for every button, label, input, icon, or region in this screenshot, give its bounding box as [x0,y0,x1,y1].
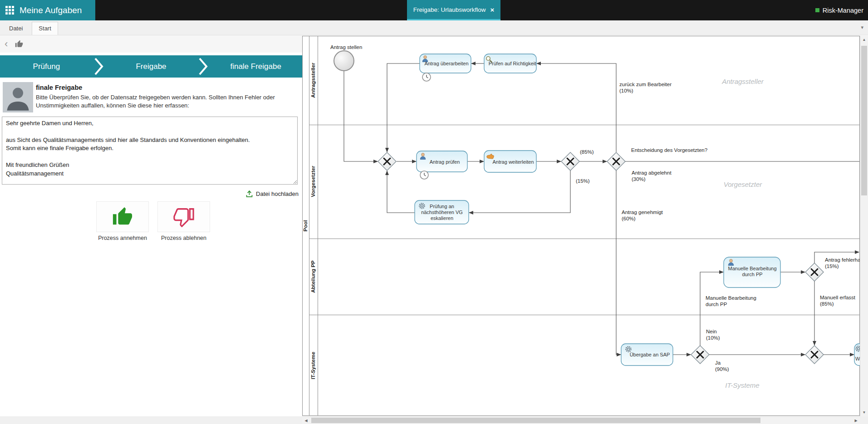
horizontal-scroll-thumb[interactable] [311,418,760,423]
lane-label-vorgesetzter: Vorgesetzter [310,166,316,197]
stage-pruefung[interactable]: Prüfung [0,55,93,78]
task-manuelle-bearbeitung-pp[interactable]: Manuelle Bearbeitungdurch PP [724,257,780,288]
lane-label-antragssteller: Antragssteller [310,63,316,98]
task-panel: ‹ Prüfung Freigabe finale Freigabe [0,35,302,416]
annotation-entscheidung: Entscheidung des Vorgesetzten? [631,147,707,153]
pool-frame: Pool Antragssteller Vorgesetzter Abteilu… [303,36,860,416]
scroll-down-icon[interactable]: ▼ [860,409,868,416]
task-title: finale Freigabe [36,84,82,91]
chevron-right-icon [197,55,209,78]
scroll-right-icon[interactable]: ▶ [852,417,860,424]
lane-label-abteilung-pp: Abteilung PP [310,260,316,293]
svg-text:Antrag weiterleiten: Antrag weiterleiten [492,159,534,165]
top-bar: Meine Aufgaben Freigabe: Urlaubsworkflow… [0,0,868,20]
timer-icon [422,73,431,81]
start-event-label: Antrag stellen [330,44,362,50]
stage-finale-freigabe[interactable]: finale Freigabe [209,55,302,78]
vertical-scrollbar[interactable]: ▲ ▼ [860,36,868,416]
document-tab-label: Freigabe: Urlaubsworkflow [413,6,486,13]
task-partially-visible[interactable]: W [854,344,860,366]
task-toolbar: ‹ [0,35,302,53]
back-icon[interactable]: ‹ [5,39,8,49]
watermark-vorgesetzter: Vorgesetzter [724,180,762,188]
pool-label: Pool [303,220,308,232]
upload-label: Datei hochladen [256,190,299,197]
svg-text:Antrag prüfen: Antrag prüfen [430,159,460,165]
app-title: Meine Aufgaben [20,5,82,15]
ribbon-tab-start[interactable]: Start [32,22,58,35]
upload-icon [245,190,253,198]
task-uebergabe-an-sap[interactable]: Übergabe an SAP [621,344,673,366]
horizontal-scrollbar[interactable]: ◀ ▶ [302,416,860,424]
scroll-left-icon[interactable]: ◀ [302,417,310,424]
annotation-85-percent: (85%) [580,149,594,155]
chevron-right-icon [93,55,105,78]
thumbs-down-icon [157,201,210,232]
task-antrag-weiterleiten[interactable]: Antrag weiterleiten [484,151,536,172]
lane-label-it-systeme: IT-Systeme [310,352,316,380]
application-window: Meine Aufgaben Freigabe: Urlaubsworkflow… [0,0,868,424]
watermark-antragssteller: Antragssteller [721,78,764,85]
document-tab[interactable]: Freigabe: Urlaubsworkflow × [407,0,500,20]
tab-close-icon[interactable]: × [490,6,495,13]
scroll-up-icon[interactable]: ▲ [860,36,868,44]
accept-process-label: Prozess annehmen [96,235,149,241]
vertical-scroll-thumb[interactable] [861,46,867,195]
ribbon-collapse-icon[interactable]: ▾ [861,24,863,30]
product-status-icon [815,8,819,12]
workflow-stage-bar: Prüfung Freigabe finale Freigabe [0,55,302,78]
reject-process-label: Prozess ablehnen [157,235,210,241]
task-eskalieren[interactable]: Prüfung annächsthöheren VGeskalieren [415,200,469,224]
comment-input[interactable]: Sehr geehrte Damen und Herren, aus Sicht… [2,117,298,185]
svg-text:Übergabe an SAP: Übergabe an SAP [630,352,670,357]
annotation-15-percent: (15%) [576,178,590,184]
task-description: Bitte Überprüfen Sie, ob der Datensatz f… [36,93,298,110]
reject-process-button[interactable]: Prozess ablehnen [157,201,210,241]
watermark-it-systeme: IT-Systeme [725,381,759,389]
ribbon-tabs: Datei Start ▾ [0,20,868,35]
upload-file-button[interactable]: Datei hochladen [245,190,299,198]
product-name-label: Risk-Manager [823,7,863,14]
bpmn-diagram: Pool Antragssteller Vorgesetzter Abteilu… [302,36,860,416]
avatar [3,82,33,112]
bpmn-diagram-panel: Pool Antragssteller Vorgesetzter Abteilu… [302,36,860,416]
ribbon-tab-datei[interactable]: Datei [3,22,29,35]
scrollbar-corner [860,416,868,424]
stage-freigabe[interactable]: Freigabe [105,55,198,78]
task-pruefen-auf-richtigkeit[interactable]: Prüfen auf Richtigkeit [484,54,536,73]
bottom-bar: ◀ ▶ [0,416,868,424]
app-brand: Meine Aufgaben [0,0,95,20]
product-name: Risk-Manager [815,0,863,20]
svg-text:Prüfen auf Richtigkeit: Prüfen auf Richtigkeit [489,61,536,66]
apps-grid-icon[interactable] [5,6,14,15]
timer-icon [420,171,428,179]
svg-text:W: W [855,356,860,361]
like-icon[interactable] [15,40,23,48]
accept-process-button[interactable]: Prozess annehmen [96,201,149,241]
svg-text:Antrag überarbeiten: Antrag überarbeiten [424,61,468,66]
thumbs-up-icon [96,201,149,232]
